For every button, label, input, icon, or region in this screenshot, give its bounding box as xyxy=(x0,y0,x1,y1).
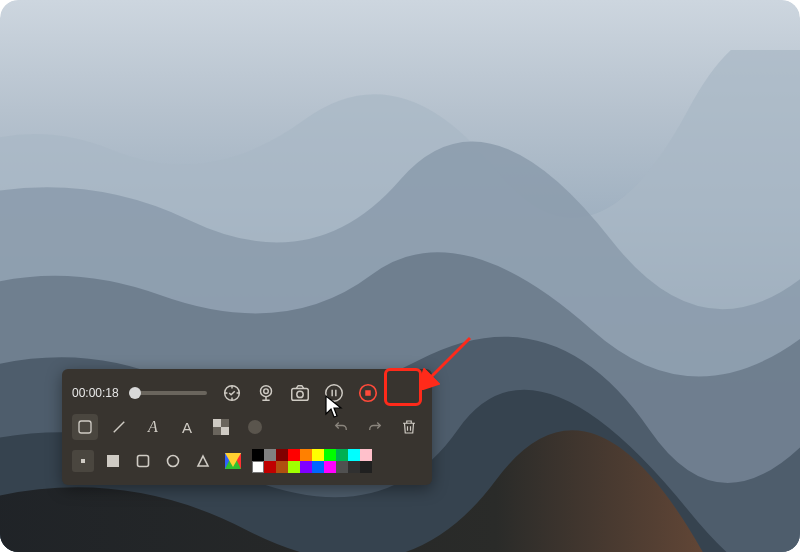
svg-rect-19 xyxy=(81,459,85,463)
draw-tool[interactable]: A xyxy=(140,414,166,440)
triangle-shape-button[interactable] xyxy=(192,450,214,472)
color-swatch[interactable] xyxy=(264,449,276,461)
recorder-toolbar: 00:00:18 xyxy=(62,369,432,485)
recording-timer: 00:00:18 xyxy=(72,386,119,400)
color-swatch[interactable] xyxy=(336,449,348,461)
circle-fill-icon xyxy=(247,419,263,435)
rectangle-icon xyxy=(76,418,94,436)
delete-button[interactable] xyxy=(396,414,422,440)
progress-slider[interactable] xyxy=(129,391,207,395)
blur-tool[interactable] xyxy=(208,414,234,440)
square-fill-icon xyxy=(106,454,120,468)
screenshot-button[interactable] xyxy=(287,380,313,406)
color-swatch[interactable] xyxy=(348,449,360,461)
text-tool[interactable]: A xyxy=(174,414,200,440)
target-icon xyxy=(221,382,243,404)
svg-rect-15 xyxy=(213,427,221,435)
svg-rect-13 xyxy=(221,427,229,435)
svg-rect-10 xyxy=(79,421,91,433)
color-swatch[interactable] xyxy=(252,449,264,461)
webcam-button[interactable] xyxy=(253,380,279,406)
color-swatch[interactable] xyxy=(288,449,300,461)
color-swatch[interactable] xyxy=(312,461,324,473)
outline-square-button[interactable] xyxy=(132,450,154,472)
color-swatch[interactable] xyxy=(300,449,312,461)
blur-icon xyxy=(213,419,229,435)
multicolor-icon xyxy=(225,453,241,469)
annotation-tools-row: A A xyxy=(72,411,422,443)
redo-button[interactable] xyxy=(362,414,388,440)
pause-button[interactable] xyxy=(321,380,347,406)
svg-point-22 xyxy=(168,456,179,467)
stop-button[interactable] xyxy=(355,380,381,406)
color-swatch[interactable] xyxy=(312,449,324,461)
svg-point-1 xyxy=(260,386,271,397)
style-row xyxy=(72,445,422,477)
pause-icon xyxy=(323,382,345,404)
spotlight-tool[interactable] xyxy=(242,414,268,440)
color-swatch[interactable] xyxy=(252,461,264,473)
svg-line-11 xyxy=(114,422,125,433)
color-swatch[interactable] xyxy=(360,461,372,473)
stroke-thin-button[interactable] xyxy=(72,450,94,472)
color-swatch[interactable] xyxy=(336,461,348,473)
webcam-icon xyxy=(255,382,277,404)
color-swatch[interactable] xyxy=(276,449,288,461)
color-swatch[interactable] xyxy=(324,449,336,461)
trash-icon xyxy=(400,418,418,436)
color-swatch[interactable] xyxy=(276,461,288,473)
rectangle-tool[interactable] xyxy=(72,414,98,440)
redo-icon xyxy=(366,418,384,436)
svg-point-4 xyxy=(297,391,303,397)
circle-shape-button[interactable] xyxy=(162,450,184,472)
svg-rect-9 xyxy=(365,390,371,396)
color-palette[interactable] xyxy=(252,449,372,473)
svg-rect-14 xyxy=(221,419,229,427)
color-swatch[interactable] xyxy=(300,461,312,473)
circle-outline-icon xyxy=(166,454,180,468)
line-icon xyxy=(110,418,128,436)
color-swatch[interactable] xyxy=(324,461,336,473)
color-picker-button[interactable] xyxy=(222,450,244,472)
svg-point-2 xyxy=(263,389,268,394)
triangle-icon xyxy=(196,454,210,468)
undo-button[interactable] xyxy=(328,414,354,440)
recorder-row-controls: 00:00:18 xyxy=(72,377,422,409)
color-swatch[interactable] xyxy=(360,449,372,461)
line-tool[interactable] xyxy=(106,414,132,440)
svg-rect-21 xyxy=(138,456,149,467)
fill-square-button[interactable] xyxy=(102,450,124,472)
color-swatch[interactable] xyxy=(348,461,360,473)
svg-point-16 xyxy=(248,420,262,434)
color-swatch[interactable] xyxy=(264,461,276,473)
svg-rect-12 xyxy=(213,419,221,427)
svg-point-5 xyxy=(325,385,342,402)
svg-rect-3 xyxy=(291,388,308,400)
pen-a-icon: A xyxy=(148,418,158,436)
square-outline-icon xyxy=(136,454,150,468)
capture-region-button[interactable] xyxy=(219,380,245,406)
svg-rect-20 xyxy=(107,455,119,467)
camera-icon xyxy=(289,382,311,404)
text-a-icon: A xyxy=(182,419,192,436)
color-swatch[interactable] xyxy=(288,461,300,473)
stop-icon xyxy=(357,382,379,404)
undo-icon xyxy=(332,418,350,436)
dot-small-icon xyxy=(78,456,88,466)
